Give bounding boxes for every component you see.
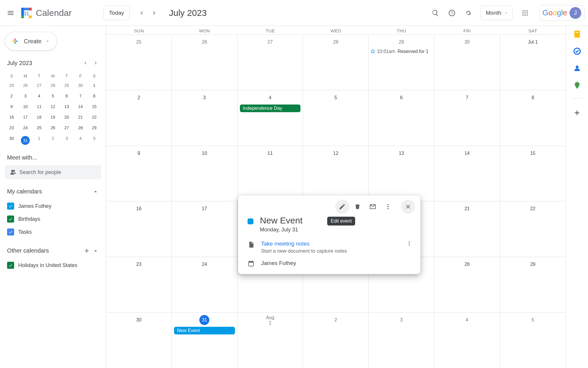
day-cell[interactable]: Jul 1 <box>500 35 566 90</box>
mini-day[interactable]: 5 <box>46 91 60 101</box>
calendar-list-item[interactable]: Birthdays <box>5 213 101 226</box>
delete-event-button[interactable] <box>350 200 365 214</box>
day-number[interactable]: Aug 1 <box>239 314 302 326</box>
day-cell[interactable]: 30 <box>106 313 172 368</box>
mini-day[interactable]: 26 <box>46 122 60 133</box>
day-cell[interactable]: 30 <box>434 35 500 90</box>
google-apps-button[interactable] <box>518 6 532 20</box>
day-cell[interactable]: 22 <box>500 201 566 257</box>
day-cell[interactable]: 17 <box>172 201 237 257</box>
allday-event-chip[interactable]: New Event <box>174 327 235 334</box>
calendar-checkbox[interactable] <box>7 262 14 269</box>
close-popover-button[interactable] <box>401 200 415 214</box>
search-button[interactable] <box>428 6 442 20</box>
tasks-icon[interactable] <box>573 47 581 55</box>
day-cell[interactable]: 25 <box>106 35 172 90</box>
day-number[interactable]: 14 <box>435 147 498 160</box>
day-cell[interactable]: Aug 1 <box>238 313 303 368</box>
day-cell[interactable]: 29 <box>500 257 566 312</box>
day-cell[interactable]: 4Independence Day <box>238 90 303 146</box>
day-cell[interactable]: 7 <box>434 90 500 146</box>
day-number[interactable]: 24 <box>173 258 236 271</box>
main-menu-button[interactable] <box>4 6 18 20</box>
day-number[interactable]: 5 <box>304 92 367 104</box>
day-number[interactable]: 17 <box>173 203 236 215</box>
day-number[interactable]: 25 <box>107 36 170 48</box>
day-number[interactable]: 28 <box>435 258 498 271</box>
mini-day[interactable]: 9 <box>5 101 19 112</box>
day-cell[interactable]: 10 <box>172 146 237 201</box>
day-number[interactable]: 16 <box>107 203 170 215</box>
day-cell[interactable]: 27 <box>238 35 303 90</box>
day-number[interactable]: 26 <box>173 36 236 48</box>
mini-day[interactable]: 17 <box>19 112 32 122</box>
day-number[interactable]: 23 <box>107 258 170 271</box>
mini-day[interactable]: 30 <box>5 133 19 148</box>
day-cell[interactable]: 14 <box>434 146 500 201</box>
day-number[interactable]: 4 <box>239 92 302 104</box>
mini-day[interactable]: 27 <box>32 80 46 91</box>
mini-day[interactable]: 23 <box>5 122 19 133</box>
avatar[interactable]: J <box>569 7 581 19</box>
mini-day[interactable]: 1 <box>32 133 46 148</box>
day-cell[interactable]: 9 <box>106 146 172 201</box>
today-button[interactable]: Today <box>103 6 130 20</box>
mini-day[interactable]: 25 <box>32 122 46 133</box>
mini-day[interactable]: 21 <box>74 112 87 122</box>
contacts-icon[interactable] <box>573 64 581 72</box>
keep-icon[interactable] <box>573 30 581 38</box>
view-switcher[interactable]: Month <box>481 6 513 20</box>
day-number[interactable]: 21 <box>435 203 498 215</box>
mini-day[interactable]: 28 <box>74 122 87 133</box>
day-number[interactable]: 29 <box>370 36 433 48</box>
day-cell[interactable]: 15 <box>500 146 566 201</box>
create-button[interactable]: Create <box>5 32 57 51</box>
email-guests-button[interactable] <box>366 200 380 214</box>
settings-button[interactable] <box>461 6 475 20</box>
day-number[interactable]: 8 <box>501 92 564 104</box>
day-number[interactable]: 2 <box>304 314 367 326</box>
plus-icon[interactable] <box>83 248 90 254</box>
day-cell[interactable]: 13 <box>369 146 434 201</box>
mini-day[interactable]: 20 <box>60 112 74 122</box>
event-options-button[interactable] <box>381 200 395 214</box>
day-cell[interactable]: 12 <box>303 146 369 201</box>
mini-day[interactable]: 22 <box>87 112 101 122</box>
day-cell[interactable]: 3 <box>172 90 237 146</box>
mini-day[interactable]: 16 <box>5 112 19 122</box>
mini-day[interactable]: 10 <box>19 101 32 112</box>
day-cell[interactable]: 5 <box>500 313 566 368</box>
day-cell[interactable]: 28 <box>434 257 500 312</box>
mini-day[interactable]: 3 <box>60 133 74 148</box>
timed-event[interactable]: 10:01amReserved for 1 <box>371 49 432 54</box>
mini-prev-button[interactable] <box>80 58 91 68</box>
mini-day[interactable]: 29 <box>87 122 101 133</box>
mini-day[interactable]: 5 <box>87 133 101 148</box>
mini-day[interactable]: 25 <box>5 80 19 91</box>
calendar-checkbox[interactable] <box>7 228 14 236</box>
mini-day[interactable]: 13 <box>60 101 74 112</box>
calendar-checkbox[interactable] <box>7 216 14 223</box>
mini-day[interactable]: 1 <box>87 80 101 91</box>
day-cell[interactable]: 4 <box>434 313 500 368</box>
mini-day[interactable]: 30 <box>74 80 87 91</box>
mini-day[interactable]: 6 <box>60 91 74 101</box>
mini-day[interactable]: 19 <box>46 112 60 122</box>
mini-day[interactable]: 26 <box>19 80 32 91</box>
day-number[interactable]: 11 <box>239 147 302 160</box>
mini-day[interactable]: 28 <box>46 80 60 91</box>
mini-day[interactable]: 7 <box>74 91 87 101</box>
next-period-button[interactable] <box>148 6 161 19</box>
maps-icon[interactable] <box>573 81 581 89</box>
day-cell[interactable]: 2 <box>106 90 172 146</box>
day-number[interactable]: 30 <box>107 314 170 326</box>
day-number[interactable]: 27 <box>239 36 302 48</box>
day-cell[interactable]: 23 <box>106 257 172 312</box>
mini-day[interactable]: 4 <box>74 133 87 148</box>
day-number[interactable]: 6 <box>370 92 433 104</box>
day-cell[interactable]: 11 <box>238 146 303 201</box>
search-people-input[interactable]: Search for people <box>5 165 101 179</box>
day-cell[interactable]: 21 <box>434 201 500 257</box>
mini-day[interactable]: 14 <box>74 101 87 112</box>
support-button[interactable]: ? <box>445 6 459 20</box>
